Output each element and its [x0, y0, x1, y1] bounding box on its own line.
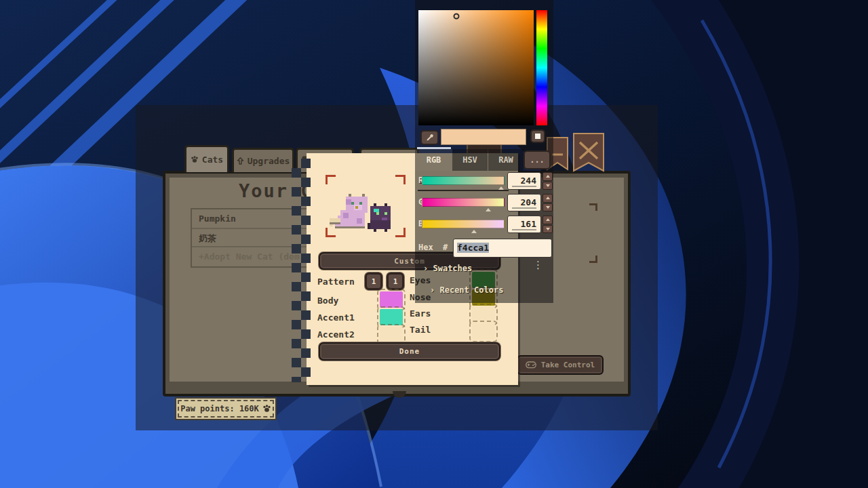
r-decrement-button[interactable]	[542, 182, 553, 190]
picker-tab-hsv[interactable]: HSV	[452, 149, 488, 171]
preview-bracket	[326, 175, 336, 184]
swatches-label: Swatches	[433, 264, 472, 273]
right-page-bracket-top	[589, 203, 597, 211]
kebab-menu-icon[interactable]: ⋮	[533, 260, 543, 270]
channel-row-g: G 204	[415, 194, 553, 214]
pattern-stepper-2[interactable]: 1	[387, 272, 404, 290]
r-value-field[interactable]: 244	[507, 172, 541, 190]
color-picker-panel: RGB HSV RAW ... R 244 G 204	[415, 0, 553, 303]
channel-row-r: R 244	[415, 172, 553, 192]
b-increment-button[interactable]	[542, 216, 553, 224]
saturation-value-field[interactable]	[418, 10, 534, 125]
hue-slider[interactable]	[536, 10, 547, 125]
g-value-field[interactable]: 204	[507, 194, 541, 211]
r-slider[interactable]	[422, 176, 505, 190]
g-decrement-button[interactable]	[542, 203, 553, 212]
sv-cursor[interactable]	[454, 13, 460, 19]
preview-bracket	[326, 228, 336, 237]
b-decrement-button[interactable]	[542, 225, 553, 234]
picker-tab-raw[interactable]: RAW	[488, 149, 524, 171]
tab-upgrades[interactable]: Upgrades	[232, 148, 294, 172]
accent2-label: Accent2	[317, 329, 355, 340]
hex-label: Hex	[418, 243, 433, 252]
r-slider-track[interactable]	[422, 176, 505, 185]
paw-points-badge: Paw points: 160K	[175, 397, 277, 420]
b-slider-handle[interactable]	[471, 230, 477, 233]
take-control-label: Take Control	[541, 361, 595, 369]
swatches-section-toggle[interactable]: › Swatches	[423, 264, 472, 273]
ears-color-swatch[interactable]	[472, 306, 495, 323]
screen: Cats Upgrades Your C Pumpkin 奶茶 +Adopt N…	[0, 0, 868, 488]
swatch-mode-button[interactable]	[530, 129, 545, 143]
eyedropper-icon	[426, 134, 434, 142]
tail-label: Tail	[410, 325, 431, 335]
cat-preview-sprite-small	[368, 203, 393, 232]
channel-row-b: B 161	[415, 216, 553, 236]
tab-upgrades-label: Upgrades	[248, 156, 290, 166]
accent1-label: Accent1	[317, 312, 355, 323]
paw-icon	[262, 405, 271, 413]
r-increment-button[interactable]	[542, 172, 553, 181]
hash-symbol: #	[443, 243, 448, 252]
b-slider[interactable]	[422, 220, 505, 233]
tail-color-swatch[interactable]	[472, 323, 495, 340]
cat-preview-sprite-large	[330, 194, 373, 229]
g-increment-button[interactable]	[542, 194, 553, 203]
accent2-color-swatch[interactable]	[380, 327, 403, 343]
r-slider-handle[interactable]	[498, 186, 504, 190]
g-slider-handle[interactable]	[486, 208, 491, 211]
tab-cats[interactable]: Cats	[184, 145, 229, 172]
paw-points-label: Paw points: 160K	[180, 404, 259, 413]
pattern-label: Pattern	[317, 277, 355, 287]
picker-more-button[interactable]: ...	[524, 150, 551, 169]
b-value-field[interactable]: 161	[507, 216, 541, 233]
g-slider-track[interactable]	[422, 198, 505, 207]
right-page-bracket-bottom	[589, 256, 597, 263]
ears-label: Ears	[410, 308, 431, 319]
current-color-preview	[441, 129, 526, 145]
gamepad-icon	[526, 361, 536, 369]
recent-colors-label: Recent Colors	[439, 285, 503, 295]
square-icon	[535, 134, 540, 139]
torn-edge-decoration	[292, 159, 311, 382]
paw-icon	[191, 156, 199, 163]
upgrade-arrow-icon	[237, 157, 244, 165]
recent-colors-section-toggle[interactable]: › Recent Colors	[430, 285, 503, 295]
bookmark-lace-icon[interactable]	[573, 133, 604, 172]
body-color-swatch[interactable]	[380, 291, 403, 308]
take-control-button[interactable]: Take Control	[517, 355, 604, 375]
hex-value: f4cca1	[457, 243, 489, 253]
preview-bracket	[395, 175, 406, 184]
eyedropper-button[interactable]	[420, 130, 439, 145]
done-button[interactable]: Done	[319, 342, 500, 361]
hex-input[interactable]: f4cca1	[453, 239, 552, 258]
g-slider[interactable]	[422, 198, 505, 211]
body-label: Body	[317, 296, 338, 306]
accent1-color-swatch[interactable]	[380, 309, 403, 325]
pattern-stepper-1[interactable]: 1	[365, 272, 382, 290]
tab-cats-label: Cats	[202, 155, 223, 165]
b-slider-track[interactable]	[422, 220, 505, 228]
preview-bracket	[395, 228, 406, 237]
picker-tab-rgb[interactable]: RGB	[415, 149, 452, 171]
